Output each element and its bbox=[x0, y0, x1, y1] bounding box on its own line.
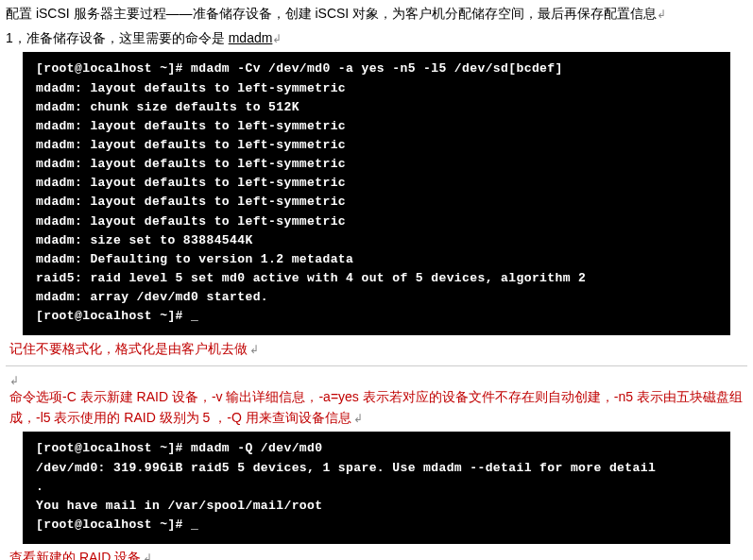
intro-text-2: 1，准备储存设备，这里需要的命令是 bbox=[6, 30, 229, 45]
intro-paragraph-2: 1，准备储存设备，这里需要的命令是 mdadm↲ bbox=[6, 28, 747, 49]
intro-paragraph-1: 配置 iSCSI 服务器主要过程——准备储存设备，创建 iSCSI 对象，为客户… bbox=[6, 4, 747, 25]
annotation-1-text: 记住不要格式化，格式化是由客户机去做 bbox=[9, 341, 248, 356]
separator-line bbox=[6, 365, 747, 366]
annotation-1: 记住不要格式化，格式化是由客户机去做↲ bbox=[9, 339, 747, 360]
para-marker: ↲ bbox=[272, 32, 282, 45]
intro-text-1: 配置 iSCSI 服务器主要过程——准备储存设备，创建 iSCSI 对象，为客户… bbox=[6, 6, 657, 21]
annotation-2: 命令选项-C 表示新建 RAID 设备，-v 输出详细信息，-a=yes 表示若… bbox=[9, 387, 747, 428]
annotation-3: 查看新建的 RAID 设备↲ bbox=[9, 548, 747, 560]
para-marker: ↲ bbox=[353, 412, 363, 425]
mdadm-cmd: mdadm bbox=[229, 30, 273, 45]
para-marker: ↲ bbox=[249, 343, 259, 356]
terminal-output-2: [root@localhost ~]# mdadm -Q /dev/md0 /d… bbox=[23, 432, 730, 544]
terminal-output-1: [root@localhost ~]# mdadm -Cv /dev/md0 -… bbox=[23, 52, 730, 335]
annotation-2-text: 命令选项-C 表示新建 RAID 设备，-v 输出详细信息，-a=yes 表示若… bbox=[9, 389, 743, 425]
annotation-3-text: 查看新建的 RAID 设备 bbox=[9, 550, 141, 560]
para-marker: ↲ bbox=[143, 552, 152, 560]
para-marker: ↲ bbox=[657, 8, 666, 21]
blank-para-marker: ↲ bbox=[9, 372, 747, 385]
